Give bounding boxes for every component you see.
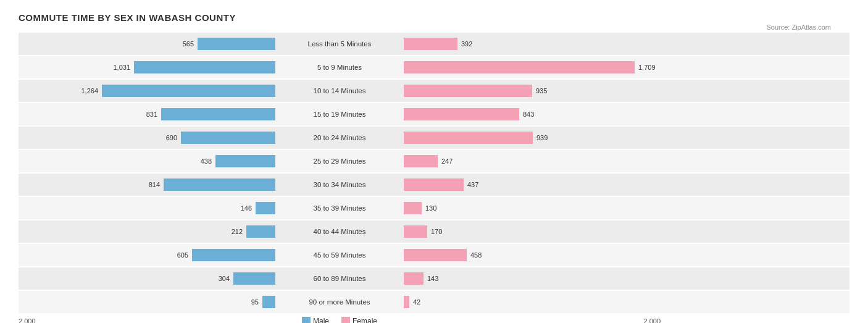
female-value: 458: [470, 251, 493, 259]
female-bar: [404, 296, 409, 308]
table-row: 814 30 to 34 Minutes 437: [19, 174, 849, 196]
male-value: 95: [236, 298, 259, 306]
female-value: 247: [441, 157, 464, 165]
table-row: 1,031 5 to 9 Minutes 1,709: [19, 56, 849, 78]
female-bar: [404, 132, 533, 144]
legend: Male Female: [278, 317, 401, 323]
female-value: 939: [536, 134, 559, 141]
female-value: 143: [427, 275, 449, 282]
row-label: 35 to 39 Minutes: [278, 204, 401, 212]
bar-left-container: 146: [19, 202, 278, 214]
male-value: 1,264: [76, 87, 98, 94]
male-bar: [262, 296, 275, 308]
legend-female: Female: [341, 317, 377, 323]
female-legend-label: Female: [353, 317, 377, 323]
female-bar: [404, 225, 427, 238]
row-label: 15 to 19 Minutes: [278, 111, 401, 118]
table-row: 304 60 to 89 Minutes 143: [19, 267, 849, 290]
chart-area: 565 Less than 5 Minutes 392 1,031 5 to 9…: [19, 33, 849, 323]
table-row: 690 20 to 24 Minutes 939: [19, 127, 849, 149]
table-row: 1,264 10 to 14 Minutes 935: [19, 80, 849, 102]
bar-left-container: 690: [19, 132, 278, 144]
axis-row: 2,000 Male Female 2,000: [19, 317, 849, 323]
male-bar: [134, 61, 275, 73]
male-bar: [256, 202, 275, 214]
table-row: 565 Less than 5 Minutes 392: [19, 33, 849, 55]
female-bar: [404, 108, 519, 120]
bar-right-container: 170: [401, 225, 661, 238]
male-legend-label: Male: [313, 317, 329, 323]
table-row: 438 25 to 29 Minutes 247: [19, 150, 849, 172]
male-legend-box: [302, 317, 311, 323]
bar-right-container: 130: [401, 202, 661, 214]
bar-right-container: 392: [401, 38, 661, 50]
bar-right-container: 935: [401, 85, 661, 97]
bar-right-container: 437: [401, 178, 661, 191]
male-bar: [181, 132, 275, 144]
female-value: 170: [431, 228, 453, 235]
row-label: 20 to 24 Minutes: [278, 134, 401, 141]
row-label: 10 to 14 Minutes: [278, 87, 401, 94]
male-value: 212: [220, 228, 243, 235]
female-bar: [404, 272, 424, 285]
male-bar: [198, 38, 275, 50]
bar-left-container: 212: [19, 225, 278, 238]
row-label: 60 to 89 Minutes: [278, 275, 401, 282]
male-value: 814: [138, 181, 160, 188]
female-bar: [404, 38, 457, 50]
bar-left-container: 814: [19, 178, 278, 191]
table-row: 95 90 or more Minutes 42: [19, 291, 849, 313]
table-row: 212 40 to 44 Minutes 170: [19, 220, 849, 243]
female-value: 392: [461, 40, 483, 48]
bar-left-container: 831: [19, 108, 278, 120]
axis-right: 2,000: [401, 317, 661, 323]
row-label: 25 to 29 Minutes: [278, 157, 401, 165]
male-bar: [161, 108, 275, 120]
male-value: 146: [230, 204, 252, 212]
chart-title: COMMUTE TIME BY SEX IN WABASH COUNTY: [19, 12, 849, 23]
bar-right-container: 843: [401, 108, 661, 120]
female-value: 843: [523, 111, 545, 118]
bar-right-container: 939: [401, 132, 661, 144]
male-bar: [215, 155, 275, 167]
bar-left-container: 304: [19, 272, 278, 285]
female-value: 1,709: [638, 64, 661, 71]
female-value: 42: [413, 298, 435, 306]
female-bar: [404, 85, 532, 97]
row-label: 90 or more Minutes: [278, 298, 401, 306]
bars-container: 565 Less than 5 Minutes 392 1,031 5 to 9…: [19, 33, 849, 313]
bar-right-container: 458: [401, 249, 661, 261]
female-bar: [404, 202, 422, 214]
female-value: 935: [536, 87, 558, 94]
bar-left-container: 95: [19, 296, 278, 308]
male-value: 605: [166, 251, 188, 259]
female-bar: [404, 61, 635, 73]
male-value: 304: [207, 275, 230, 282]
female-legend-box: [341, 317, 350, 323]
axis-left: 2,000: [19, 317, 278, 323]
row-label: Less than 5 Minutes: [278, 40, 401, 48]
female-bar: [404, 178, 464, 191]
male-value: 565: [172, 40, 194, 48]
male-bar: [233, 272, 275, 285]
male-value: 690: [155, 134, 177, 141]
bar-left-container: 565: [19, 38, 278, 50]
row-label: 40 to 44 Minutes: [278, 228, 401, 235]
male-bar: [192, 249, 275, 261]
table-row: 146 35 to 39 Minutes 130: [19, 197, 849, 219]
bar-left-container: 605: [19, 249, 278, 261]
bar-right-container: 143: [401, 272, 661, 285]
bar-right-container: 247: [401, 155, 661, 167]
row-label: 45 to 59 Minutes: [278, 251, 401, 259]
male-bar: [102, 85, 275, 97]
female-bar: [404, 155, 438, 167]
row-label: 5 to 9 Minutes: [278, 64, 401, 71]
bar-left-container: 438: [19, 155, 278, 167]
male-bar: [246, 225, 275, 238]
table-row: 605 45 to 59 Minutes 458: [19, 244, 849, 266]
axis-left-label: 2,000: [19, 317, 36, 323]
source-label: Source: ZipAtlas.com: [766, 23, 831, 31]
table-row: 831 15 to 19 Minutes 843: [19, 103, 849, 125]
bar-right-container: 42: [401, 296, 661, 308]
bar-left-container: 1,264: [19, 85, 278, 97]
